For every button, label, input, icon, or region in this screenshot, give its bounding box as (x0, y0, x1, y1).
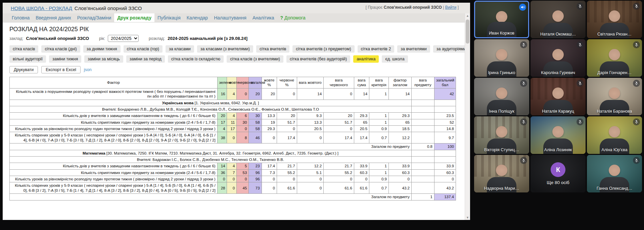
mic-off-icon (520, 157, 527, 164)
overflow-participants-tile[interactable]: КЩе 80 осіб (531, 155, 586, 192)
participant-tile[interactable]: Аліна Лозиняк (531, 116, 586, 154)
factor-value: 0 (434, 176, 456, 182)
factor-value: 28 (217, 182, 227, 194)
nav-item-kalendar[interactable]: Календар (184, 13, 211, 22)
participant-tile[interactable]: Иван Коржов (474, 1, 529, 38)
factor-value: 13.3 (297, 119, 323, 125)
report-button-sitka-vchyteliv-bez-audytorii[interactable]: сітка вчителів (без аудиторій) (286, 55, 350, 63)
empty-cell (411, 100, 434, 106)
factor-value (411, 132, 434, 143)
rozklad-label: розклад: (149, 36, 165, 41)
factor-value: 55.2 (277, 169, 297, 176)
report-button-sitka-vchyteliv-z-predmetom[interactable]: сітка вчителів (з предметом) (292, 45, 354, 53)
participant-name: Інна Поліщук (477, 109, 526, 114)
scrollbar-thumb[interactable] (466, 19, 469, 44)
nav-item-druk-rozkladu[interactable]: Друк розкладу (114, 13, 154, 22)
factor-value: 1 (369, 163, 389, 169)
factor-label: Кількість класів з порушеннями розподілу… (10, 88, 218, 100)
report-buttons-row-1: сітка класівсітка класів (дні)за днями т… (9, 45, 463, 53)
year-select[interactable]: 2024/2025 (108, 35, 139, 42)
nav-item-publikatsiia[interactable]: Публікація (154, 13, 184, 22)
participant-tile[interactable]: Дарія Гончарен… (587, 39, 642, 77)
nav-item-rozklad-zaminy[interactable]: Розклад/Заміни (74, 13, 114, 22)
mic-off-icon (520, 41, 527, 48)
brand-link[interactable]: НОВА ШКОЛА - РОЗКЛАД (11, 5, 72, 11)
column-header-red-pct: червоне % (277, 77, 297, 89)
participant-name: Світлана Рязан… (590, 32, 639, 37)
column-header-weight-criterion: вага критерія (369, 77, 389, 89)
factor-value: 0 (277, 88, 297, 100)
factor-value: 0 (237, 176, 249, 182)
report-button-sitka-klasiv-hor[interactable]: сітка класів (гор) (124, 45, 163, 53)
mic-off-icon (577, 3, 584, 10)
nav-item-analityka[interactable]: Аналітика (249, 13, 277, 22)
empty-cell (434, 106, 456, 112)
participant-tile[interactable]: Наталія Каракуц (531, 78, 586, 115)
shared-browser-window: НОВА ШКОЛА - РОЗКЛАД Слов'янський опорни… (3, 3, 470, 220)
factor-value: 0 (324, 126, 354, 132)
json-link[interactable]: json (84, 67, 92, 72)
report-button-analityka[interactable]: аналітика (353, 55, 379, 63)
participant-tile[interactable]: Світлана Рязан… (587, 1, 642, 38)
nav-item-holovna[interactable]: Головна (9, 13, 33, 22)
report-button-za-klasamy-z-vchyteliamy[interactable]: за класами (з вчителями) (197, 45, 253, 53)
report-button-yed-shkola[interactable]: єд. школа (382, 55, 408, 63)
participant-tile[interactable]: Інна Поліщук (474, 78, 529, 115)
report-button-sitka-vchyteliv-2[interactable]: сітка вчителів 2 (358, 45, 395, 53)
nav-item-nalashtuvannia[interactable]: Налаштування (211, 13, 249, 22)
participant-tile[interactable]: Наталія Баранова (587, 78, 642, 115)
report-button-sitka-vchyteliv[interactable]: сітка вчителів (256, 45, 289, 53)
participant-tile[interactable]: Ірина Гринько (474, 39, 529, 77)
scroll-up-arrow[interactable]: ▲ (465, 13, 470, 18)
factor-value: 20 (262, 88, 277, 100)
nav-item-dopomoha[interactable]: ?Допомога (277, 13, 308, 22)
report-button-za-dniamy-tyzhnia[interactable]: за днями тижня (83, 45, 121, 53)
export-excel-button[interactable]: Експорт в Excel (41, 66, 80, 73)
factor-value: 4 (227, 113, 237, 119)
schedule-meta: заклад: Слов'янський опорний ЗЗСО рік: 2… (9, 35, 463, 42)
report-button-za-vchyteliamy[interactable]: за вчителями (397, 45, 430, 53)
report-button-zaminy-za-misiats[interactable]: заміни за місяць (84, 55, 123, 63)
factor-value: 42 (434, 88, 456, 100)
report-button-zaminy-za-period[interactable]: заміни за період (126, 55, 165, 63)
participant-tile[interactable]: Кароліна Гуревич (531, 39, 586, 77)
report-button-vilni-audytorii[interactable]: вільні аудиторії (9, 55, 46, 63)
factor-label: Кількість спарених уроків у 5-9 класах (… (10, 182, 218, 194)
report-button-sitka-klasiv[interactable]: сітка класів (9, 45, 38, 53)
mic-off-icon (577, 80, 584, 87)
factor-value: 0 (237, 126, 249, 132)
factor-label: Кількість сприятливих годин предмету за … (10, 119, 218, 125)
vertical-scrollbar[interactable]: ▲ ▼ (465, 13, 470, 220)
participant-tile[interactable]: Ганна Олександ… (587, 155, 642, 192)
report-button-sitka-klasiv-z-vchyteliamy[interactable]: сітка класів (з вчителями) (227, 55, 283, 63)
participant-silhouette-head (496, 165, 507, 176)
table-header-row: Факторзеленежовтечервонезагаломжовте %че… (10, 77, 456, 89)
report-button-sitka-klasiv-iz-skladnistiu[interactable]: сітка класів із складністю (168, 55, 224, 63)
participants-grid: Иван КоржовНаталя Окомаш…Світлана Рязан…… (474, 1, 644, 192)
report-button-sitka-klasiv-dni[interactable]: сітка класів (дні) (41, 45, 80, 53)
factor-value: 0 (297, 182, 323, 194)
participant-tile[interactable]: Аліна Юр'єва (587, 116, 642, 154)
mic-off-icon (633, 3, 640, 10)
logout-link[interactable]: Вийти (445, 5, 457, 10)
participant-tile[interactable]: Наталя Окомаш… (531, 1, 586, 38)
participant-tile[interactable]: Надворна Мари… (474, 155, 529, 192)
report-button-za-klasamy[interactable]: за класами (166, 45, 194, 53)
meeting-stage: НОВА ШКОЛА - РОЗКЛАД Слов'янський опорни… (0, 0, 644, 230)
nav-item-vvedennia-danykh[interactable]: Введення даних (33, 13, 74, 22)
scroll-down-arrow[interactable]: ▼ (465, 215, 470, 220)
factor-value: 65 (354, 119, 369, 125)
report-button-za-audytoriiamy[interactable]: за аудиторіями (433, 45, 469, 53)
factor-value: 58 (249, 119, 262, 125)
factor-value: 11 (227, 119, 237, 125)
participant-tile[interactable]: Вікторія Ступиц… (474, 116, 529, 154)
rozklad-value: 2024-2025 навчальний рік [з 29.08.24] (168, 36, 247, 41)
report-button-zaminy-tyzhnia[interactable]: заміни тижня (49, 55, 81, 63)
page-title: РОЗКЛАД НА 2024/2025 РІК (9, 26, 463, 33)
factor-value (411, 182, 434, 194)
subject-name: Математика (83, 151, 105, 155)
avatar: К (551, 162, 565, 177)
print-button[interactable]: Друкувати (9, 66, 38, 73)
column-header-factor-total: фактор загалом (388, 77, 411, 89)
factor-value: 55.2 (324, 169, 354, 176)
